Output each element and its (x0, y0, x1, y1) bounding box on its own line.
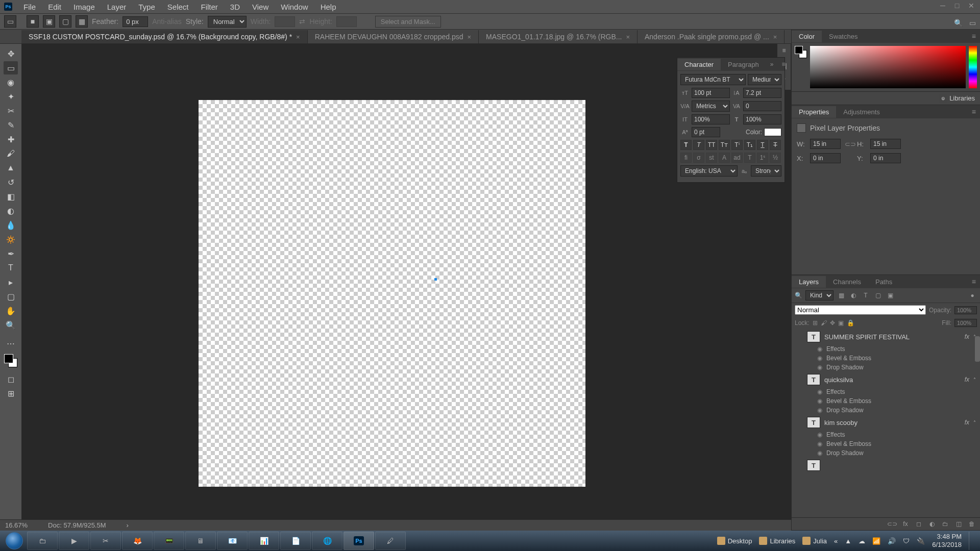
style-select[interactable]: Normal (208, 16, 247, 28)
menu-file[interactable]: File (17, 1, 42, 13)
antialias-select[interactable]: Strong (751, 165, 781, 177)
pen-tool-icon[interactable]: ✒ (4, 247, 18, 260)
hand-tool-icon[interactable]: ✋ (4, 304, 18, 317)
panel-menu-icon[interactable]: ≡ (968, 278, 980, 286)
menu-filter[interactable]: Filter (195, 1, 224, 13)
link-wh-icon[interactable]: ⊂⊃ (845, 140, 853, 148)
stylistic-button[interactable]: ad (731, 153, 743, 163)
rectangle-tool-icon[interactable]: ▢ (4, 290, 18, 303)
leading-input[interactable] (743, 88, 781, 98)
effect-visibility-icon[interactable]: ◉ (817, 388, 823, 395)
lock-artboard-icon[interactable]: ▣ (838, 319, 844, 327)
expand-icon[interactable]: ˄ (973, 377, 976, 383)
brush-tool-icon[interactable]: 🖌 (4, 147, 18, 160)
effect-visibility-icon[interactable]: ◉ (817, 440, 823, 447)
fill-input[interactable] (954, 319, 977, 327)
menu-type[interactable]: Type (132, 1, 161, 13)
close-icon[interactable]: × (296, 33, 300, 41)
tray-clock[interactable]: 3:48 PM 6/13/2018 (932, 533, 962, 548)
tray-hidden-icons[interactable]: ▲ (845, 537, 851, 545)
taskbar-firefox-icon[interactable]: 🦊 (122, 532, 153, 550)
tray-expand-icon[interactable]: « (834, 537, 838, 545)
tab-0[interactable]: SSF18 CUSTOM POSTCARD_sunday.psd @ 16.7%… (21, 30, 308, 43)
adjustments-tab[interactable]: Adjustments (836, 106, 887, 118)
discretionary-button[interactable]: st (706, 153, 717, 163)
channels-tab[interactable]: Channels (826, 276, 868, 288)
filter-type-icon[interactable]: T (861, 291, 870, 300)
layer-mask-icon[interactable]: ◻ (915, 520, 923, 528)
menu-edit[interactable]: Edit (42, 1, 67, 13)
menu-layer[interactable]: Layer (101, 1, 133, 13)
fx-badge[interactable]: fx (965, 419, 969, 426)
layer-effect[interactable]: ◉Effects (792, 387, 980, 396)
tab-1[interactable]: RAHEEM DEVAUGHN 008A9182 cropped.psd× (308, 30, 479, 43)
titling-button[interactable]: T (744, 153, 755, 163)
taskbar-excel-icon[interactable]: 📊 (249, 532, 279, 550)
new-layer-icon[interactable]: ◫ (954, 520, 963, 528)
path-selection-tool-icon[interactable]: ▸ (4, 276, 18, 289)
filter-kind-select[interactable]: Kind (805, 290, 834, 300)
panel-menu-icon[interactable]: ≡ (968, 32, 980, 40)
hue-slider[interactable] (969, 46, 977, 88)
close-icon[interactable]: × (626, 33, 630, 41)
width-input[interactable] (810, 139, 841, 149)
healing-brush-tool-icon[interactable]: ✚ (4, 133, 18, 146)
subscript-button[interactable]: T₁ (744, 140, 755, 150)
panel-menu-icon[interactable]: ≡ (968, 108, 980, 116)
opacity-input[interactable] (954, 306, 977, 314)
layer-item[interactable]: T SUMMER SPIRIT FESTIVAL fx ˄ (792, 329, 980, 344)
layer-name[interactable]: SUMMER SPIRIT FESTIVAL (824, 333, 910, 341)
clone-stamp-tool-icon[interactable]: ▲ (4, 161, 18, 174)
select-and-mask-button[interactable]: Select and Mask... (375, 16, 441, 28)
dodge-tool-icon[interactable]: 🔅 (4, 233, 18, 246)
swatches-tab[interactable]: Swatches (822, 31, 865, 42)
taskbar-calc-icon[interactable]: 📟 (154, 532, 184, 550)
close-button[interactable]: ✕ (965, 1, 978, 10)
ordinal-button[interactable]: 1ˢ (757, 153, 768, 163)
panel-menu-icon[interactable]: ≡ (777, 61, 789, 68)
tray-desktop[interactable]: Desktop (717, 537, 752, 545)
layer-item[interactable]: T (792, 458, 980, 473)
close-icon[interactable]: × (467, 33, 471, 41)
x-input[interactable] (810, 153, 841, 163)
lock-painting-icon[interactable]: 🖌 (821, 319, 827, 327)
layer-name[interactable]: quicksilva (824, 376, 853, 384)
feather-input[interactable] (122, 16, 148, 27)
color-tab[interactable]: Color (792, 31, 822, 42)
document-canvas[interactable] (199, 100, 585, 487)
document-size[interactable]: Doc: 57.9M/925.5M (48, 521, 106, 529)
selection-add-icon[interactable]: ▣ (43, 15, 55, 28)
tool-preset-icon[interactable]: ▭ (4, 15, 16, 28)
menu-3d[interactable]: 3D (224, 1, 246, 13)
layer-thumbnail[interactable]: T (807, 374, 820, 385)
filter-smart-icon[interactable]: ▣ (886, 291, 895, 300)
swash-button[interactable]: A (719, 153, 730, 163)
screen-mode-tool-icon[interactable]: ⊞ (4, 387, 18, 400)
fraction-button[interactable]: ½ (770, 153, 781, 163)
edit-toolbar-icon[interactable]: ⋯ (4, 337, 18, 350)
paths-tab[interactable]: Paths (868, 276, 899, 288)
character-tab[interactable]: Character (677, 59, 721, 70)
effect-visibility-icon[interactable]: ◉ (817, 397, 823, 405)
taskbar-outlook-icon[interactable]: 📧 (217, 532, 248, 550)
vscale-input[interactable] (692, 114, 730, 124)
effect-visibility-icon[interactable]: ◉ (817, 431, 823, 438)
zoom-level[interactable]: 16.67% (5, 521, 28, 529)
height-input[interactable] (870, 139, 901, 149)
tray-cloud-icon[interactable]: ☁ (859, 537, 865, 545)
properties-tab[interactable]: Properties (792, 106, 836, 118)
blend-mode-select[interactable]: Normal (795, 305, 926, 315)
layer-effect[interactable]: ◉Drop Shadow (792, 448, 980, 458)
taskbar-snipping-icon[interactable]: ✂ (90, 532, 121, 550)
color-field[interactable] (810, 46, 966, 88)
delete-layer-icon[interactable]: 🗑 (968, 520, 976, 528)
menu-view[interactable]: View (246, 1, 275, 13)
layer-effect[interactable]: ◉Drop Shadow (792, 363, 980, 372)
selection-intersect-icon[interactable]: ▦ (76, 15, 88, 28)
tray-libraries[interactable]: Libraries (759, 537, 795, 545)
layer-style-icon[interactable]: fx (901, 520, 910, 528)
layer-item[interactable]: T quicksilva fx ˄ (792, 372, 980, 387)
tray-network-icon[interactable]: 📶 (872, 537, 880, 545)
layer-thumbnail[interactable]: T (807, 417, 820, 428)
link-layers-icon[interactable]: ⊂⊃ (888, 520, 896, 528)
